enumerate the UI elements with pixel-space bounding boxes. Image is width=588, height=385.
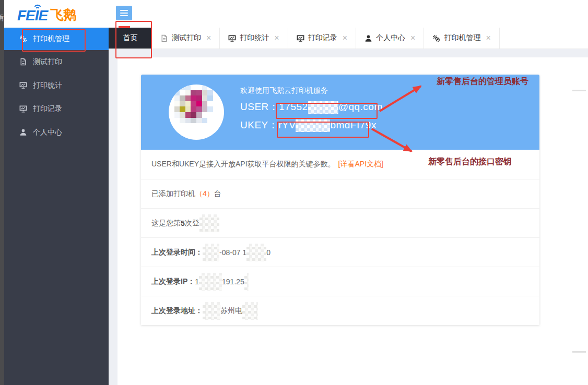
close-icon[interactable]: × xyxy=(206,34,211,42)
sidebar-item-1[interactable]: 测试打印 xyxy=(4,50,109,74)
text-segment: 苏州电 xyxy=(220,306,242,316)
text-segment: 5 xyxy=(181,219,185,227)
text-segment: rYV xyxy=(278,119,296,130)
tab-2[interactable]: 打印统计× xyxy=(220,28,288,49)
text-segment: 17552 xyxy=(279,101,308,112)
card-row-0: USER和UKEY是接入开放API获取平台权限的关键参数。[详看API文档] xyxy=(141,150,539,179)
text-segment: 这是您第 xyxy=(151,219,181,228)
card-row-3: 上次登录时间：-08-07 10 xyxy=(141,237,539,267)
sidebar-item-label: 打印机管理 xyxy=(33,34,69,44)
api-doc-link[interactable]: [详看API文档] xyxy=(338,160,383,169)
tab-label: 打印记录 xyxy=(308,33,337,43)
user-label: USER： xyxy=(240,100,279,114)
censor-mosaic xyxy=(242,302,258,320)
logo-cjk-text: 飞鹅 xyxy=(50,6,76,23)
card-row-4: 上次登录IP：1191.25 xyxy=(141,267,539,296)
stats-icon xyxy=(19,81,27,90)
sidebar-item-2[interactable]: 打印统计 xyxy=(4,74,109,97)
logo-bar: FEIE飞鹅 xyxy=(4,0,109,28)
ukey-value: rYVbmdFI79x xyxy=(278,119,377,130)
user-value: 17552@qq.com xyxy=(279,101,382,112)
sidebar-item-label: 测试打印 xyxy=(33,57,62,67)
document-icon xyxy=(160,34,168,42)
text-segment: 1 xyxy=(195,278,199,286)
user-icon xyxy=(19,128,27,137)
close-icon[interactable]: × xyxy=(343,34,347,42)
welcome-text: 欢迎使用飞鹅云打印机服务 xyxy=(240,86,383,95)
tab-5[interactable]: 打印机管理× xyxy=(424,28,499,49)
welcome-banner: 欢迎使用飞鹅云打印机服务 USER：17552@qq.com UKEY：rYVb… xyxy=(141,75,539,150)
text-segment: 0 xyxy=(266,248,271,257)
censor-mosaic xyxy=(203,244,219,261)
records-icon xyxy=(19,105,27,113)
menu-toggle-button[interactable] xyxy=(116,6,132,20)
censor-mosaic xyxy=(199,273,222,291)
text-segment: USER和UKEY是接入开放API获取平台权限的关键参数。 xyxy=(151,160,335,169)
sidebar-item-0[interactable]: 打印机管理 xyxy=(4,28,109,50)
text-segment: 次登 xyxy=(185,219,199,228)
gears-icon xyxy=(19,35,27,43)
text-segment: -08-07 1 xyxy=(219,248,246,257)
sidebar-item-3[interactable]: 打印记录 xyxy=(4,97,109,121)
censor-mosaic xyxy=(203,302,220,320)
menu-icon xyxy=(116,10,132,16)
text-segment: @qq.com xyxy=(338,101,383,112)
text-segment: 上次登录时间： xyxy=(151,248,203,257)
text-segment: 已添加打印机 xyxy=(151,189,195,199)
gears-icon xyxy=(432,34,440,42)
clipped-text-artifact: 插 xyxy=(0,14,4,23)
sidebar-item-label: 打印记录 xyxy=(33,104,62,114)
document-icon xyxy=(19,58,27,66)
sidebar-item-label: 个人中心 xyxy=(33,128,62,137)
browser-side-strip: 插 xyxy=(0,0,4,385)
text-segment: 台 xyxy=(214,189,221,199)
top-header xyxy=(109,0,588,28)
censor-mosaic xyxy=(199,214,219,232)
text-segment: （4） xyxy=(195,189,214,199)
censor-mosaic xyxy=(244,273,249,291)
censor-mosaic xyxy=(308,101,338,114)
text-segment: 上次登录IP： xyxy=(151,277,195,286)
welcome-card: 欢迎使用飞鹅云打印机服务 USER：17552@qq.com UKEY：rYVb… xyxy=(141,75,539,325)
tab-label: 打印统计 xyxy=(240,33,269,43)
user-icon xyxy=(364,34,372,42)
tab-label: 测试打印 xyxy=(172,33,201,43)
sidebar-nav: 打印机管理测试打印打印统计打印记录个人中心 xyxy=(4,28,109,385)
tab-label: 个人中心 xyxy=(376,33,405,43)
sidebar-item-4[interactable]: 个人中心 xyxy=(4,121,109,144)
tab-3[interactable]: 打印记录× xyxy=(288,28,356,49)
ukey-label: UKEY： xyxy=(240,118,278,132)
close-icon[interactable]: × xyxy=(410,34,415,42)
text-segment: bmdFI79x xyxy=(330,119,376,130)
signal-icon xyxy=(33,2,42,11)
tab-label: 打印机管理 xyxy=(444,33,480,43)
user-line: USER：17552@qq.com xyxy=(240,100,383,114)
card-row-1: 已添加打印机（4）台 xyxy=(141,179,539,208)
tab-label: 首页 xyxy=(123,33,138,43)
card-row-2: 这是您第 5 次登 xyxy=(141,208,539,237)
tab-1[interactable]: 测试打印× xyxy=(152,28,220,49)
ukey-line: UKEY：rYVbmdFI79x xyxy=(240,118,383,132)
records-icon xyxy=(297,34,304,42)
stats-icon xyxy=(228,34,236,42)
tab-4[interactable]: 个人中心× xyxy=(356,28,424,49)
censor-mosaic xyxy=(246,244,266,261)
tab-bar: 首页测试打印×打印统计×打印记录×个人中心×打印机管理× xyxy=(109,28,588,49)
text-segment: 上次登录地址： xyxy=(151,306,203,316)
sidebar-item-label: 打印统计 xyxy=(33,81,62,90)
feie-logo: FEIE飞鹅 xyxy=(17,6,76,24)
censor-mosaic xyxy=(296,119,330,132)
close-icon[interactable]: × xyxy=(486,34,490,42)
close-icon[interactable]: × xyxy=(274,34,279,42)
app-window: 插 FEIE飞鹅 打印机管理测试打印打印统计打印记录个人中心 首页测试打印×打印… xyxy=(0,0,588,385)
avatar xyxy=(169,85,224,140)
card-row-5: 上次登录地址：苏州电 xyxy=(141,296,539,325)
tab-0[interactable]: 首页 xyxy=(109,28,152,49)
text-segment: 191.25 xyxy=(222,278,244,286)
